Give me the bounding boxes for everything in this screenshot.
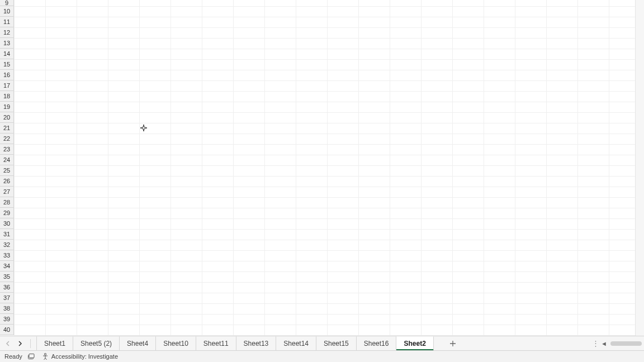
sheet-tab-label: Sheet15 bbox=[324, 340, 349, 347]
gridline bbox=[14, 250, 644, 251]
tab-options-icon[interactable]: ⋮ bbox=[592, 339, 598, 347]
row-header[interactable]: 40 bbox=[0, 325, 14, 335]
gridline bbox=[45, 0, 46, 336]
sheet-tab-label: Sheet13 bbox=[244, 340, 269, 347]
row-header[interactable]: 14 bbox=[0, 49, 14, 59]
gridline bbox=[327, 0, 328, 336]
row-header[interactable]: 37 bbox=[0, 293, 14, 303]
sheet-tab[interactable]: Sheet2 bbox=[396, 336, 433, 351]
gridline bbox=[609, 0, 609, 336]
sheet-tab-label: Sheet2 bbox=[404, 340, 425, 347]
status-bar: Ready Accessibility: Investigate bbox=[0, 350, 644, 362]
row-header[interactable]: 30 bbox=[0, 218, 14, 229]
sheet-tab[interactable]: Sheet1 bbox=[36, 336, 73, 350]
sheet-tab-label: Sheet1 bbox=[44, 340, 65, 347]
sheet-tabs: Sheet1Sheet5 (2)Sheet4Sheet10Sheet11Shee… bbox=[36, 336, 434, 350]
gridline bbox=[264, 0, 265, 336]
gridline bbox=[14, 293, 644, 293]
row-header[interactable]: 24 bbox=[0, 155, 14, 165]
row-header[interactable]: 38 bbox=[0, 303, 14, 314]
status-accessibility-label: Accessibility: Investigate bbox=[51, 353, 118, 360]
row-header[interactable]: 34 bbox=[0, 261, 14, 272]
horizontal-scrollbar[interactable] bbox=[610, 341, 642, 346]
row-header[interactable]: 29 bbox=[0, 208, 14, 218]
row-header[interactable]: 35 bbox=[0, 272, 14, 282]
row-header[interactable]: 33 bbox=[0, 250, 14, 261]
status-macro[interactable] bbox=[28, 353, 36, 360]
row-header[interactable]: 23 bbox=[0, 144, 14, 155]
gridline bbox=[14, 208, 644, 208]
row-header[interactable]: 26 bbox=[0, 176, 14, 187]
svg-rect-2 bbox=[29, 354, 34, 358]
vertical-scrollbar[interactable] bbox=[635, 0, 644, 336]
row-header[interactable]: 32 bbox=[0, 240, 14, 250]
gridline bbox=[14, 272, 644, 272]
sheet-tab[interactable]: Sheet10 bbox=[156, 336, 196, 350]
row-header[interactable]: 20 bbox=[0, 112, 14, 123]
sheet-tab[interactable]: Sheet5 (2) bbox=[73, 336, 120, 350]
svg-point-3 bbox=[44, 353, 46, 355]
sheet-tab[interactable]: Sheet4 bbox=[120, 336, 156, 350]
gridline bbox=[515, 0, 515, 336]
sheet-tab-label: Sheet10 bbox=[163, 340, 188, 347]
gridline bbox=[14, 165, 644, 166]
row-header[interactable]: 27 bbox=[0, 187, 14, 197]
tab-bar-right: ⋮ ◄ bbox=[592, 336, 644, 350]
sheet-tab-bar: Sheet1Sheet5 (2)Sheet4Sheet10Sheet11Shee… bbox=[0, 336, 644, 350]
row-header[interactable]: 36 bbox=[0, 282, 14, 293]
accessibility-icon bbox=[41, 353, 49, 360]
row-header[interactable]: 17 bbox=[0, 80, 14, 91]
tab-nav-next-icon[interactable] bbox=[16, 339, 25, 348]
row-header[interactable]: 13 bbox=[0, 38, 14, 49]
sheet-tab[interactable]: Sheet13 bbox=[236, 336, 277, 350]
gridline bbox=[171, 0, 171, 336]
add-sheet-button[interactable] bbox=[444, 336, 462, 350]
gridline bbox=[14, 314, 644, 315]
row-header[interactable]: 39 bbox=[0, 314, 14, 325]
row-header[interactable]: 11 bbox=[0, 17, 14, 27]
gridline bbox=[14, 49, 644, 49]
sheet-tab[interactable]: Sheet15 bbox=[316, 336, 357, 350]
row-header[interactable]: 31 bbox=[0, 229, 14, 240]
gridline bbox=[14, 38, 644, 39]
cells-area[interactable] bbox=[14, 0, 644, 336]
row-header[interactable]: 15 bbox=[0, 59, 14, 70]
status-accessibility[interactable]: Accessibility: Investigate bbox=[41, 353, 118, 360]
gridline bbox=[77, 0, 77, 336]
gridline bbox=[484, 0, 484, 336]
gridline bbox=[108, 0, 108, 336]
row-headers: 9101112131415161718192021222324252627282… bbox=[0, 0, 14, 335]
row-header[interactable]: 22 bbox=[0, 134, 14, 144]
spreadsheet-grid[interactable]: 9101112131415161718192021222324252627282… bbox=[0, 0, 644, 336]
sheet-tab[interactable]: Sheet16 bbox=[357, 336, 397, 350]
status-ready: Ready bbox=[4, 353, 22, 360]
gridline bbox=[452, 0, 453, 336]
hscroll-left-icon[interactable]: ◄ bbox=[601, 340, 607, 347]
gridline bbox=[546, 0, 547, 336]
row-header[interactable]: 28 bbox=[0, 197, 14, 208]
row-header[interactable]: 19 bbox=[0, 102, 14, 112]
gridline bbox=[14, 261, 644, 261]
gridline bbox=[14, 218, 644, 219]
macro-record-icon bbox=[28, 353, 36, 360]
row-header[interactable]: 18 bbox=[0, 91, 14, 102]
gridline bbox=[390, 0, 390, 336]
tab-nav-separator bbox=[30, 339, 31, 348]
gridline bbox=[14, 240, 644, 240]
sheet-tab[interactable]: Sheet11 bbox=[196, 336, 236, 350]
tab-nav-prev-icon[interactable] bbox=[3, 339, 12, 348]
sheet-tab-label: Sheet11 bbox=[203, 340, 229, 347]
sheet-tab[interactable]: Sheet14 bbox=[276, 336, 316, 350]
row-header[interactable]: 25 bbox=[0, 165, 14, 176]
sheet-tab-label: Sheet4 bbox=[127, 340, 148, 347]
row-header[interactable]: 10 bbox=[0, 6, 14, 17]
gridline bbox=[14, 112, 644, 113]
status-ready-label: Ready bbox=[4, 353, 22, 360]
row-header[interactable]: 16 bbox=[0, 70, 14, 80]
row-header[interactable]: 21 bbox=[0, 123, 14, 134]
row-header[interactable]: 9 bbox=[0, 0, 14, 6]
gridline bbox=[421, 0, 422, 336]
gridline bbox=[296, 0, 296, 336]
gridline bbox=[202, 0, 202, 336]
row-header[interactable]: 12 bbox=[0, 27, 14, 38]
